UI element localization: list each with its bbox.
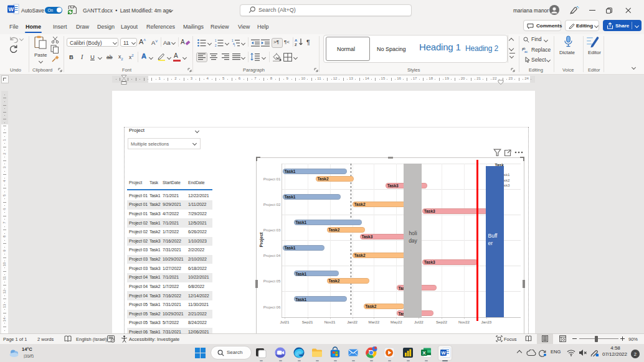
svg-text:X: X	[422, 350, 426, 356]
svg-text:2: 2	[215, 44, 217, 47]
svg-text:1: 1	[215, 39, 217, 42]
svg-text:W: W	[441, 350, 446, 356]
svg-text:Z: Z	[295, 43, 297, 47]
svg-text:A: A	[295, 39, 298, 42]
svg-text:i: i	[234, 44, 235, 47]
svg-text:ac: ac	[524, 50, 528, 53]
svg-text:W: W	[8, 6, 14, 12]
